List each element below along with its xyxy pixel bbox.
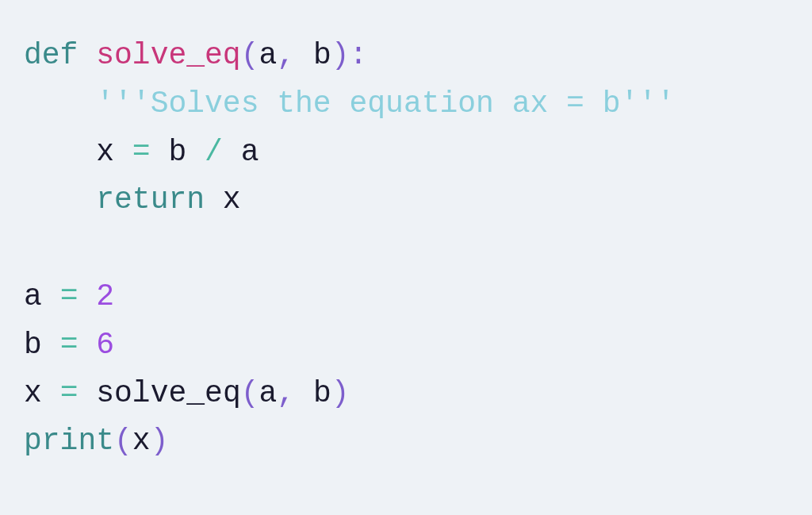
line-7: b = 6	[24, 328, 114, 362]
keyword-def: def	[24, 38, 78, 72]
line-4: return x	[24, 183, 241, 217]
assign-op: =	[60, 279, 79, 313]
space	[42, 279, 60, 313]
func-name: solve_eq	[96, 38, 240, 72]
lparen: (	[241, 38, 259, 72]
lparen: (	[114, 424, 132, 458]
space	[42, 376, 60, 410]
space	[78, 328, 96, 362]
var-b: b	[24, 328, 42, 362]
number-2: 2	[96, 279, 114, 313]
param-b: b	[313, 38, 331, 72]
indent	[24, 183, 96, 217]
var-x: x	[96, 135, 114, 169]
space	[205, 183, 223, 217]
lparen: (	[241, 376, 259, 410]
space	[114, 135, 132, 169]
number-6: 6	[96, 328, 114, 362]
line-8: x = solve_eq(a, b)	[24, 376, 350, 410]
keyword-return: return	[96, 183, 205, 217]
assign-op: =	[132, 135, 151, 169]
space	[78, 376, 96, 410]
assign-op: =	[60, 328, 79, 362]
var-x: x	[223, 183, 241, 217]
comma: ,	[277, 376, 295, 410]
var-b: b	[168, 135, 186, 169]
docstring: '''Solves the equation ax = b'''	[96, 86, 675, 121]
comma: ,	[277, 38, 295, 72]
line-3: x = b / a	[24, 135, 259, 169]
call-solve-eq: solve_eq	[96, 376, 240, 410]
line-1: def solve_eq(a, b):	[24, 38, 367, 72]
param-a: a	[259, 38, 277, 72]
code-block: def solve_eq(a, b): '''Solves the equati…	[24, 32, 788, 466]
rparen: )	[331, 38, 350, 72]
space	[78, 279, 96, 313]
var-a: a	[24, 279, 42, 313]
space	[223, 135, 241, 169]
indent	[24, 135, 96, 169]
space	[186, 135, 205, 169]
line-2: '''Solves the equation ax = b'''	[24, 86, 675, 121]
indent	[24, 86, 96, 121]
arg-b: b	[313, 376, 331, 410]
line-6: a = 2	[24, 279, 114, 313]
colon: :	[350, 38, 368, 72]
space	[295, 376, 313, 410]
space	[151, 135, 169, 169]
var-a: a	[241, 135, 259, 169]
div-op: /	[205, 135, 223, 169]
arg-a: a	[259, 376, 278, 410]
rparen: )	[151, 424, 169, 458]
arg-x: x	[132, 424, 151, 458]
assign-op: =	[60, 376, 79, 410]
space	[42, 328, 60, 362]
space	[295, 38, 313, 72]
rparen: )	[331, 376, 350, 410]
line-9: print(x)	[24, 424, 168, 458]
call-print: print	[24, 424, 114, 458]
var-x: x	[24, 376, 42, 410]
